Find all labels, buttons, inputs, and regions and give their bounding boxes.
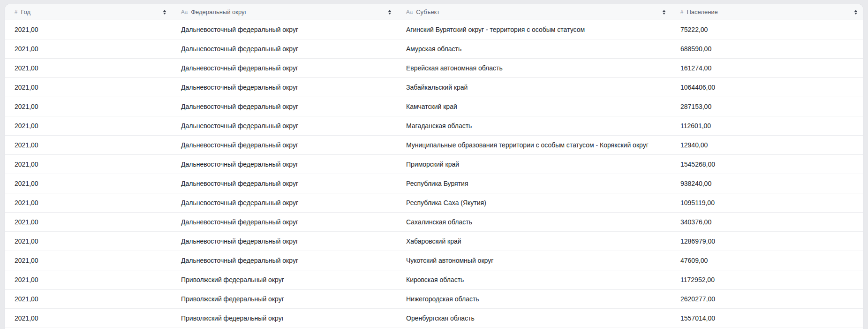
cell-year[interactable]: 2021,00 xyxy=(5,155,172,174)
caret-up-icon xyxy=(163,10,166,12)
cell-population[interactable]: 938240,00 xyxy=(671,174,863,193)
cell-year[interactable]: 2021,00 xyxy=(5,193,172,212)
cell-subject[interactable]: Оренбургская область xyxy=(397,309,671,328)
cell-year[interactable]: 2021,00 xyxy=(5,116,172,135)
cell-district[interactable]: Приволжский федеральный округ xyxy=(172,309,397,328)
column-header-district[interactable]: Аа Федеральный округ xyxy=(172,4,397,20)
column-header-year[interactable]: # Год xyxy=(5,4,172,20)
table-row[interactable]: 2021,00Дальневосточный федеральный округ… xyxy=(5,232,863,251)
cell-subject[interactable]: Еврейская автономная область xyxy=(397,59,671,77)
sort-icon[interactable] xyxy=(384,10,391,15)
cell-district[interactable]: Дальневосточный федеральный округ xyxy=(172,39,397,58)
column-label-year: Год xyxy=(21,8,30,15)
cell-district[interactable]: Дальневосточный федеральный округ xyxy=(172,193,397,212)
table-row[interactable]: 2021,00Дальневосточный федеральный округ… xyxy=(5,97,863,116)
table-row[interactable]: 2021,00Дальневосточный федеральный округ… xyxy=(5,193,863,213)
caret-up-icon xyxy=(854,10,857,12)
data-table: # Год Аа Федеральный округ Аа Субъект # … xyxy=(5,4,863,329)
sort-icon[interactable] xyxy=(159,10,166,15)
cell-population[interactable]: 1064406,00 xyxy=(671,78,863,97)
cell-subject[interactable]: Республика Бурятия xyxy=(397,174,671,193)
cell-population[interactable]: 161274,00 xyxy=(671,59,863,77)
cell-population[interactable]: 75222,00 xyxy=(671,20,863,39)
cell-population[interactable]: 112601,00 xyxy=(671,116,863,135)
cell-year[interactable]: 2021,00 xyxy=(5,97,172,116)
cell-population[interactable]: 2620277,00 xyxy=(671,290,863,308)
column-label-subject: Субъект xyxy=(416,8,439,15)
cell-year[interactable]: 2021,00 xyxy=(5,270,172,289)
cell-district[interactable]: Дальневосточный федеральный округ xyxy=(172,97,397,116)
cell-population[interactable]: 1286979,00 xyxy=(671,232,863,251)
cell-subject[interactable]: Амурская область xyxy=(397,39,671,58)
cell-district[interactable]: Приволжский федеральный округ xyxy=(172,270,397,289)
cell-subject[interactable]: Хабаровский край xyxy=(397,232,671,251)
table-body: 2021,00Дальневосточный федеральный округ… xyxy=(5,20,863,328)
cell-year[interactable]: 2021,00 xyxy=(5,309,172,328)
sort-icon[interactable] xyxy=(658,10,665,15)
cell-population[interactable]: 1095119,00 xyxy=(671,193,863,212)
cell-district[interactable]: Дальневосточный федеральный округ xyxy=(172,232,397,251)
table-row[interactable]: 2021,00Приволжский федеральный округОрен… xyxy=(5,309,863,328)
cell-population[interactable]: 1557014,00 xyxy=(671,309,863,328)
cell-subject[interactable]: Кировская область xyxy=(397,270,671,289)
cell-year[interactable]: 2021,00 xyxy=(5,213,172,231)
cell-population[interactable]: 12940,00 xyxy=(671,136,863,154)
cell-subject[interactable]: Республика Саха (Якутия) xyxy=(397,193,671,212)
table-row[interactable]: 2021,00Дальневосточный федеральный округ… xyxy=(5,155,863,174)
table-row[interactable]: 2021,00Приволжский федеральный округКиро… xyxy=(5,270,863,290)
number-type-icon: # xyxy=(15,9,17,15)
cell-population[interactable]: 1172952,00 xyxy=(671,270,863,289)
cell-year[interactable]: 2021,00 xyxy=(5,290,172,308)
cell-district[interactable]: Дальневосточный федеральный округ xyxy=(172,213,397,231)
cell-district[interactable]: Дальневосточный федеральный округ xyxy=(172,155,397,174)
cell-year[interactable]: 2021,00 xyxy=(5,174,172,193)
cell-district[interactable]: Дальневосточный федеральный округ xyxy=(172,20,397,39)
table-row[interactable]: 2021,00Дальневосточный федеральный округ… xyxy=(5,39,863,59)
cell-year[interactable]: 2021,00 xyxy=(5,251,172,270)
cell-district[interactable]: Дальневосточный федеральный округ xyxy=(172,78,397,97)
column-label-population: Население xyxy=(687,8,717,15)
table-row[interactable]: 2021,00Дальневосточный федеральный округ… xyxy=(5,78,863,97)
cell-subject[interactable]: Сахалинская область xyxy=(397,213,671,231)
table-row[interactable]: 2021,00Дальневосточный федеральный округ… xyxy=(5,116,863,136)
text-type-icon: Аа xyxy=(406,9,413,15)
caret-down-icon xyxy=(163,13,166,15)
column-label-district: Федеральный округ xyxy=(191,8,247,15)
cell-population[interactable]: 47609,00 xyxy=(671,251,863,270)
cell-subject[interactable]: Муниципальные образования территории с о… xyxy=(397,136,671,154)
cell-district[interactable]: Приволжский федеральный округ xyxy=(172,290,397,308)
cell-population[interactable]: 287153,00 xyxy=(671,97,863,116)
cell-population[interactable]: 688590,00 xyxy=(671,39,863,58)
cell-district[interactable]: Дальневосточный федеральный округ xyxy=(172,136,397,154)
table-row[interactable]: 2021,00Дальневосточный федеральный округ… xyxy=(5,251,863,270)
column-header-population[interactable]: # Население xyxy=(671,4,863,20)
sort-icon[interactable] xyxy=(850,10,857,15)
cell-subject[interactable]: Нижегородская область xyxy=(397,290,671,308)
caret-up-icon xyxy=(388,10,391,12)
table-row[interactable]: 2021,00Дальневосточный федеральный округ… xyxy=(5,174,863,193)
table-row[interactable]: 2021,00Дальневосточный федеральный округ… xyxy=(5,213,863,232)
cell-district[interactable]: Дальневосточный федеральный округ xyxy=(172,116,397,135)
cell-year[interactable]: 2021,00 xyxy=(5,39,172,58)
cell-subject[interactable]: Камчатский край xyxy=(397,97,671,116)
cell-district[interactable]: Дальневосточный федеральный округ xyxy=(172,174,397,193)
table-row[interactable]: 2021,00Дальневосточный федеральный округ… xyxy=(5,136,863,155)
table-row[interactable]: 2021,00Приволжский федеральный округНиже… xyxy=(5,290,863,309)
cell-year[interactable]: 2021,00 xyxy=(5,20,172,39)
table-row[interactable]: 2021,00Дальневосточный федеральный округ… xyxy=(5,59,863,78)
cell-district[interactable]: Дальневосточный федеральный округ xyxy=(172,59,397,77)
cell-population[interactable]: 340376,00 xyxy=(671,213,863,231)
column-header-subject[interactable]: Аа Субъект xyxy=(397,4,671,20)
cell-subject[interactable]: Магаданская область xyxy=(397,116,671,135)
table-row[interactable]: 2021,00Дальневосточный федеральный округ… xyxy=(5,20,863,39)
cell-year[interactable]: 2021,00 xyxy=(5,59,172,77)
cell-subject[interactable]: Агинский Бурятский округ - территория с … xyxy=(397,20,671,39)
cell-subject[interactable]: Приморский край xyxy=(397,155,671,174)
cell-population[interactable]: 1545268,00 xyxy=(671,155,863,174)
cell-year[interactable]: 2021,00 xyxy=(5,232,172,251)
cell-subject[interactable]: Забайкальский край xyxy=(397,78,671,97)
cell-district[interactable]: Дальневосточный федеральный округ xyxy=(172,251,397,270)
cell-year[interactable]: 2021,00 xyxy=(5,78,172,97)
cell-year[interactable]: 2021,00 xyxy=(5,136,172,154)
cell-subject[interactable]: Чукотский автономный округ xyxy=(397,251,671,270)
